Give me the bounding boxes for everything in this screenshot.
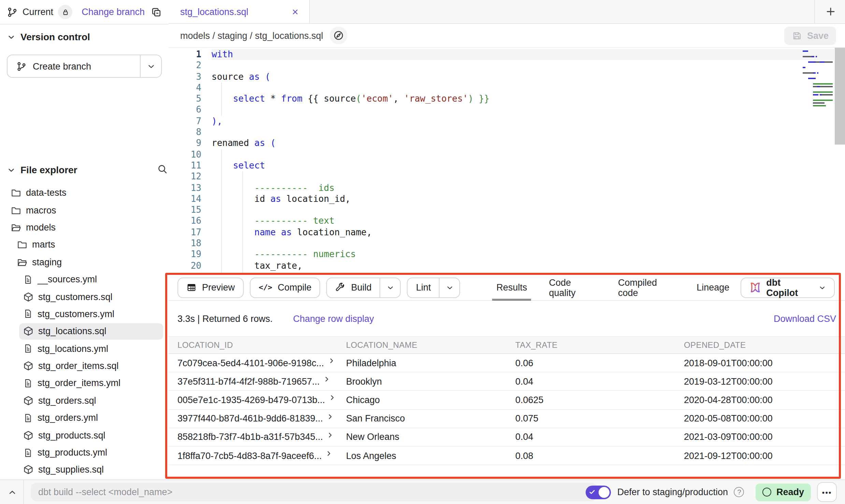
plus-icon[interactable] <box>825 6 836 17</box>
close-icon[interactable] <box>291 7 300 16</box>
code-line <box>212 83 834 94</box>
download-csv-link[interactable]: Download CSV <box>774 313 836 324</box>
code-editor[interactable]: 123456789101112131415161718192021 with s… <box>169 48 845 275</box>
defer-label: Defer to staging/production <box>617 487 728 497</box>
tree-item-stg_orders.yml[interactable]: stg_orders.yml <box>0 409 168 427</box>
command-input[interactable]: dbt build --select <model_name> <box>31 483 597 501</box>
tree-item-label: stg_customers.yml <box>38 309 114 319</box>
code-line: ---------- text <box>212 216 834 227</box>
copy-icon[interactable] <box>151 6 162 17</box>
tree-item-label: stg_orders.sql <box>38 396 96 406</box>
save-button[interactable]: Save <box>785 27 836 45</box>
row-expander-icon[interactable] <box>327 432 334 439</box>
defer-toggle[interactable] <box>586 485 611 499</box>
tree-item-stg_products.sql[interactable]: stg_products.sql <box>0 427 168 444</box>
tab-stg-locations[interactable]: stg_locations.sql <box>169 0 310 23</box>
tree-item-__sources.yml[interactable]: __sources.yml <box>0 271 168 288</box>
code-line: renamed as ( <box>212 138 834 149</box>
run-summary: 3.3s | Returned 6 rows. <box>177 313 273 324</box>
tree-item-stg_products.yml[interactable]: stg_products.yml <box>0 444 168 461</box>
check-icon <box>589 489 596 495</box>
chevron-down-icon <box>818 283 826 292</box>
tree-item-marts[interactable]: marts <box>0 236 168 253</box>
row-expander-icon[interactable] <box>326 450 333 457</box>
panel-tabs: ResultsCode qualityCompiled codeLineage <box>485 275 740 300</box>
create-branch-button[interactable]: Create branch <box>7 55 162 78</box>
tree-item-label: data-tests <box>26 188 67 198</box>
change-row-display-link[interactable]: Change row display <box>293 313 374 324</box>
file-explorer-header[interactable]: File explorer <box>0 162 175 177</box>
model-cube-icon <box>23 292 33 302</box>
tree-item-macros[interactable]: macros <box>0 202 168 219</box>
code-line <box>212 127 834 138</box>
table-row: 37e5f311-b7f4-4f2f-988b-719657...Brookly… <box>169 372 845 391</box>
ready-status-badge[interactable]: Ready <box>756 483 811 501</box>
scrollbar-thumb[interactable] <box>835 48 845 145</box>
folder-open-icon <box>11 222 21 233</box>
create-branch-label: Create branch <box>33 61 91 71</box>
line-number: 5 <box>169 93 201 105</box>
row-expander-icon[interactable] <box>329 395 336 401</box>
minimap-line <box>803 96 833 99</box>
cell-location-id: 005e7e1c-1935-4269-b479-0713b... <box>169 395 337 405</box>
model-cube-icon <box>23 326 33 337</box>
build-dropdown[interactable] <box>380 278 400 297</box>
tree-item-stg_customers.yml[interactable]: stg_customers.yml <box>0 305 168 323</box>
minimap-line <box>803 85 833 88</box>
tree-item-staging[interactable]: staging <box>0 253 168 271</box>
tree-item-stg_order_items.sql[interactable]: stg_order_items.sql <box>0 357 168 375</box>
line-number: 20 <box>169 260 201 271</box>
row-expander-icon[interactable] <box>328 358 335 364</box>
version-control-header[interactable]: Version control <box>0 30 175 44</box>
code-line <box>212 60 834 72</box>
code-line <box>212 238 834 249</box>
cell-location-id: 858218fb-73f7-4b1b-a31f-57b345... <box>169 432 337 442</box>
line-number: 13 <box>169 182 201 194</box>
cell-opened-date: 2020-05-08T00:00:00 <box>675 413 845 424</box>
preview-button[interactable]: Preview <box>177 277 244 298</box>
change-branch-link[interactable]: Change branch <box>82 7 145 17</box>
tree-item-stg_orders.sql[interactable]: stg_orders.sql <box>0 392 168 409</box>
compile-button[interactable]: </> Compile <box>250 277 320 298</box>
panel-tab-code-quality[interactable]: Code quality <box>538 275 607 300</box>
panel-tab-results[interactable]: Results <box>485 275 538 300</box>
main-area: stg_locations.sql models / staging / stg… <box>169 0 845 479</box>
ellipsis-icon[interactable]: ••• <box>817 482 837 502</box>
line-number: 7 <box>169 116 201 127</box>
minimap-line <box>803 93 833 96</box>
tree-item-stg_locations.yml[interactable]: stg_locations.yml <box>0 340 168 357</box>
compass-icon[interactable] <box>330 27 348 44</box>
tree-item-stg_customers.sql[interactable]: stg_customers.sql <box>0 288 168 306</box>
create-branch-dropdown[interactable] <box>140 55 161 77</box>
tree-item-stg_supplies.sql[interactable]: stg_supplies.sql <box>0 461 168 479</box>
chevron-up-icon[interactable] <box>8 488 17 497</box>
lint-dropdown[interactable] <box>439 278 459 297</box>
search-icon[interactable] <box>157 164 168 175</box>
tabbar-separator <box>814 0 815 23</box>
file-icon <box>23 448 33 457</box>
line-number: 21 <box>169 271 201 275</box>
help-icon[interactable]: ? <box>734 487 744 497</box>
build-button[interactable]: Build <box>327 277 401 298</box>
cell-location-id: 1f8ffa70-7cb5-4d83-8a7f-9aceef6... <box>169 450 337 461</box>
tab-bar: stg_locations.sql <box>169 0 845 24</box>
minimap-line <box>803 66 833 69</box>
code-line <box>212 172 834 183</box>
model-cube-icon <box>23 430 33 440</box>
dbt-copilot-button[interactable]: dbt Copilot <box>740 277 835 298</box>
panel-tab-lineage[interactable]: Lineage <box>686 275 740 300</box>
line-number: 10 <box>169 149 201 160</box>
row-expander-icon[interactable] <box>327 413 334 420</box>
tree-item-stg_order_items.yml[interactable]: stg_order_items.yml <box>0 375 168 392</box>
cell-location-name: Philadelphia <box>337 358 506 368</box>
tree-item-models[interactable]: models <box>0 219 168 236</box>
table-header: LOCATION_IDLOCATION_NAMETAX_RATEOPENED_D… <box>169 336 845 354</box>
cell-tax-rate: 0.08 <box>506 450 675 461</box>
lint-button[interactable]: Lint <box>407 277 460 298</box>
tree-item-data-tests[interactable]: data-tests <box>0 184 168 202</box>
tree-item-stg_locations.sql[interactable]: stg_locations.sql <box>0 323 168 340</box>
editor-scrollbar <box>835 48 845 275</box>
minimap-line <box>803 74 833 77</box>
panel-tab-compiled-code[interactable]: Compiled code <box>607 275 686 300</box>
row-expander-icon[interactable] <box>324 376 331 383</box>
